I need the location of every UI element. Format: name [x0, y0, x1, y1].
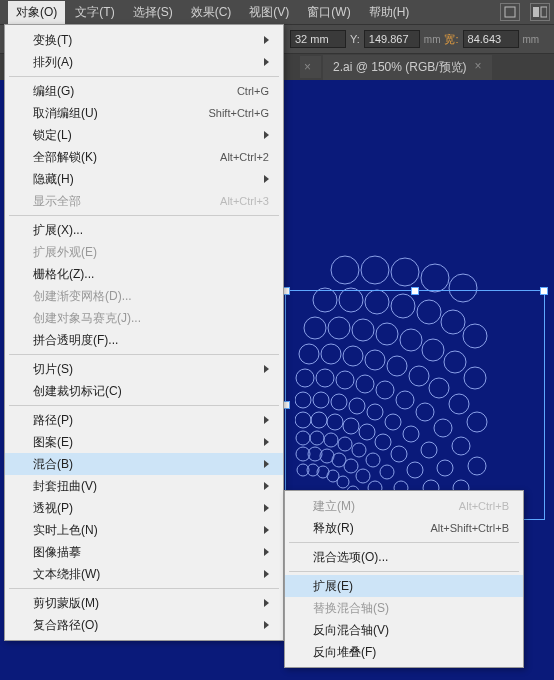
menu-rasterize[interactable]: 栅格化(Z)...: [5, 263, 283, 285]
svg-point-3: [331, 256, 359, 284]
svg-rect-1: [533, 7, 539, 17]
y-label: Y:: [350, 33, 360, 45]
menu-effect[interactable]: 效果(C): [183, 1, 240, 24]
menu-transform[interactable]: 变换(T): [5, 29, 283, 51]
menu-envelope[interactable]: 封套扭曲(V): [5, 475, 283, 497]
close-icon[interactable]: ×: [304, 60, 311, 74]
menu-arrange[interactable]: 排列(A): [5, 51, 283, 73]
tab-partial[interactable]: ×: [300, 56, 321, 78]
menu-trim-marks[interactable]: 创建裁切标记(C): [5, 380, 283, 402]
menu-hide[interactable]: 隐藏(H): [5, 168, 283, 190]
submenu-reverse-spine[interactable]: 反向混合轴(V): [285, 619, 523, 641]
svg-point-4: [361, 256, 389, 284]
tab-label: 2.ai @ 150% (RGB/预览): [333, 59, 467, 76]
menu-mosaic: 创建对象马赛克(J)...: [5, 307, 283, 329]
menu-path[interactable]: 路径(P): [5, 409, 283, 431]
submenu-replace-spine: 替换混合轴(S): [285, 597, 523, 619]
menu-show-all: 显示全部Alt+Ctrl+3: [5, 190, 283, 212]
menu-perspective[interactable]: 透视(P): [5, 497, 283, 519]
handle-n[interactable]: [411, 287, 419, 295]
menu-clipping-mask[interactable]: 剪切蒙版(M): [5, 592, 283, 614]
menu-flatten[interactable]: 拼合透明度(F)...: [5, 329, 283, 351]
submenu-expand[interactable]: 扩展(E): [285, 575, 523, 597]
menu-gradient-mesh: 创建渐变网格(D)...: [5, 285, 283, 307]
menu-help[interactable]: 帮助(H): [361, 1, 418, 24]
menu-image-trace[interactable]: 图像描摹: [5, 541, 283, 563]
menu-group[interactable]: 编组(G)Ctrl+G: [5, 80, 283, 102]
blend-submenu: 建立(M)Alt+Ctrl+B 释放(R)Alt+Shift+Ctrl+B 混合…: [284, 490, 524, 668]
menu-unlock-all[interactable]: 全部解锁(K)Alt+Ctrl+2: [5, 146, 283, 168]
svg-rect-0: [505, 7, 515, 17]
submenu-blend-options[interactable]: 混合选项(O)...: [285, 546, 523, 568]
close-icon[interactable]: ×: [475, 59, 482, 76]
handle-ne[interactable]: [540, 287, 548, 295]
w-label: 宽:: [444, 32, 458, 47]
object-menu-dropdown: 变换(T) 排列(A) 编组(G)Ctrl+G 取消编组(U)Shift+Ctr…: [4, 24, 284, 641]
menu-slice[interactable]: 切片(S): [5, 358, 283, 380]
menu-view[interactable]: 视图(V): [241, 1, 297, 24]
y-value[interactable]: 149.867: [364, 30, 420, 48]
submenu-release[interactable]: 释放(R)Alt+Shift+Ctrl+B: [285, 517, 523, 539]
x-value[interactable]: 32 mm: [290, 30, 346, 48]
w-value[interactable]: 84.643: [463, 30, 519, 48]
arrange-docs-icon[interactable]: [530, 3, 550, 21]
menu-bar: 对象(O) 文字(T) 选择(S) 效果(C) 视图(V) 窗口(W) 帮助(H…: [0, 0, 554, 24]
menu-expand[interactable]: 扩展(X)...: [5, 219, 283, 241]
menu-pattern[interactable]: 图案(E): [5, 431, 283, 453]
menu-live-paint[interactable]: 实时上色(N): [5, 519, 283, 541]
menu-select[interactable]: 选择(S): [125, 1, 181, 24]
submenu-make: 建立(M)Alt+Ctrl+B: [285, 495, 523, 517]
menu-type[interactable]: 文字(T): [67, 1, 122, 24]
unit-mm-2: mm: [523, 34, 540, 45]
menu-text-wrap[interactable]: 文本绕排(W): [5, 563, 283, 585]
menu-expand-appearance: 扩展外观(E): [5, 241, 283, 263]
selection-bounds: [285, 290, 545, 520]
svg-point-5: [391, 258, 419, 286]
menu-object[interactable]: 对象(O): [8, 1, 65, 24]
doc-layout-icon[interactable]: [500, 3, 520, 21]
svg-point-6: [421, 264, 449, 292]
menu-blend[interactable]: 混合(B): [5, 453, 283, 475]
menu-lock[interactable]: 锁定(L): [5, 124, 283, 146]
menu-ungroup[interactable]: 取消编组(U)Shift+Ctrl+G: [5, 102, 283, 124]
menu-compound-path[interactable]: 复合路径(O): [5, 614, 283, 636]
tab-2ai[interactable]: 2.ai @ 150% (RGB/预览) ×: [323, 55, 492, 80]
svg-rect-2: [541, 7, 547, 17]
submenu-reverse-front[interactable]: 反向堆叠(F): [285, 641, 523, 663]
unit-mm-1: mm: [424, 34, 441, 45]
menu-window[interactable]: 窗口(W): [299, 1, 358, 24]
